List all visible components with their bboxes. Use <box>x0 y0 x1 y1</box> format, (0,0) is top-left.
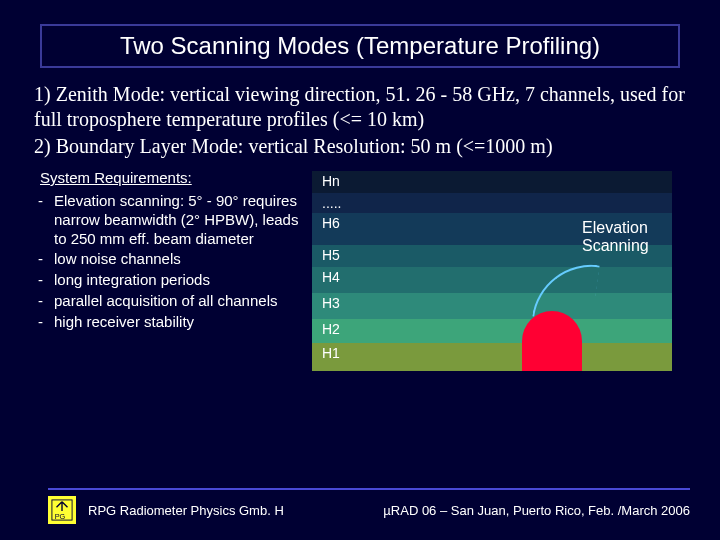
req-parallel-acquisition: parallel acquisition of all channels <box>34 292 304 311</box>
logo-svg: PG <box>51 499 73 521</box>
layer-hn: Hn <box>312 171 672 193</box>
req-elevation-scanning: Elevation scanning: 5° - 90° requires na… <box>34 192 304 248</box>
system-requirements-heading: System Requirements: <box>40 169 304 186</box>
layer-h1: H1 <box>312 343 672 371</box>
footer-conference: µRAD 06 – San Juan, Puerto Rico, Feb. /M… <box>383 503 690 518</box>
footer: PG RPG Radiometer Physics Gmb. H µRAD 06… <box>48 488 690 524</box>
slide-title: Two Scanning Modes (Temperature Profilin… <box>120 32 600 59</box>
layer-h3: H3 <box>312 293 672 319</box>
req-receiver-stability: high receiver stability <box>34 313 304 332</box>
layer-label-h3: H3 <box>322 295 340 311</box>
layer-label-h6: H6 <box>322 215 340 231</box>
radiometer-icon <box>522 311 582 371</box>
layer-label-h4: H4 <box>322 269 340 285</box>
requirements-list: Elevation scanning: 5° - 90° requires na… <box>34 192 304 331</box>
mode-1: 1) Zenith Mode: vertical viewing directi… <box>34 82 686 132</box>
layer-label-hn: Hn <box>322 173 340 189</box>
layer-dots: ..... <box>312 193 672 213</box>
atmosphere-diagram: Hn ..... H6 H5 H4 H3 H2 H1 Elevation Sca… <box>312 165 700 375</box>
layer-label-dots: ..... <box>322 195 341 211</box>
layer-h4: H4 <box>312 267 672 293</box>
footer-company: RPG Radiometer Physics Gmb. H <box>88 503 284 518</box>
req-long-integration: long integration periods <box>34 271 304 290</box>
content-row: System Requirements: Elevation scanning:… <box>34 165 700 375</box>
slide-title-box: Two Scanning Modes (Temperature Profilin… <box>40 24 680 68</box>
requirements-block: System Requirements: Elevation scanning:… <box>34 165 304 375</box>
elev-line-1: Elevation <box>582 219 648 236</box>
diagram-frame: Hn ..... H6 H5 H4 H3 H2 H1 Elevation Sca… <box>312 171 672 371</box>
rpg-logo-icon: PG <box>48 496 76 524</box>
req-low-noise: low noise channels <box>34 250 304 269</box>
modes-block: 1) Zenith Mode: vertical viewing directi… <box>34 82 686 159</box>
elev-line-2: Scanning <box>582 237 649 254</box>
layer-label-h2: H2 <box>322 321 340 337</box>
layer-label-h5: H5 <box>322 247 340 263</box>
svg-text:PG: PG <box>55 512 66 521</box>
mode-2: 2) Boundary Layer Mode: vertical Resolut… <box>34 134 686 159</box>
layer-label-h1: H1 <box>322 345 340 361</box>
elevation-scanning-label: Elevation Scanning <box>582 219 649 254</box>
layer-h2: H2 <box>312 319 672 343</box>
